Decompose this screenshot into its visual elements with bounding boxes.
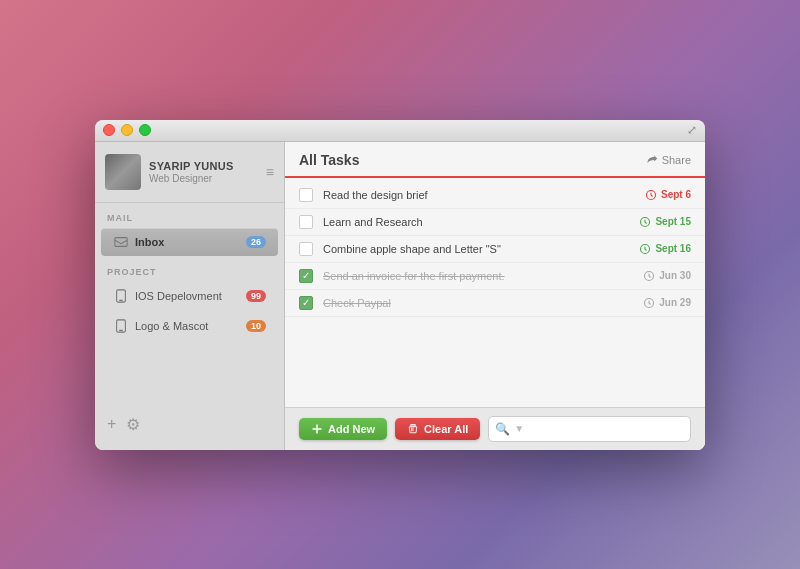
task-checkbox[interactable] bbox=[299, 188, 313, 202]
task-text: Learn and Research bbox=[323, 216, 639, 228]
logo-badge: 10 bbox=[246, 320, 266, 332]
task-checkbox[interactable] bbox=[299, 242, 313, 256]
user-role: Web Designer bbox=[149, 173, 266, 184]
content-area: SYARIP YUNUS Web Designer ≡ MAIL Inbox 2… bbox=[95, 142, 705, 450]
main-title: All Tasks bbox=[299, 152, 359, 168]
task-checkbox[interactable]: ✓ bbox=[299, 296, 313, 310]
task-row[interactable]: Read the design briefSept 6 bbox=[285, 182, 705, 209]
clear-all-button[interactable]: Clear All bbox=[395, 418, 480, 440]
user-text: SYARIP YUNUS Web Designer bbox=[149, 160, 266, 184]
task-row[interactable]: Combine apple shape and Letter "S"Sept 1… bbox=[285, 236, 705, 263]
task-due: Sept 6 bbox=[645, 189, 691, 201]
expand-icon[interactable]: ⤢ bbox=[687, 123, 697, 137]
title-bar: ⤢ bbox=[95, 120, 705, 142]
ios-label: IOS Depelovment bbox=[135, 290, 246, 302]
inbox-badge: 26 bbox=[246, 236, 266, 248]
task-text: Check Paypal bbox=[323, 297, 643, 309]
sidebar-item-inbox[interactable]: Inbox 26 bbox=[101, 228, 278, 256]
ios-icon bbox=[113, 288, 129, 304]
main-window: ⤢ SYARIP YUNUS Web Designer ≡ MAIL bbox=[95, 120, 705, 450]
add-item-button[interactable]: + bbox=[107, 415, 116, 433]
sidebar: SYARIP YUNUS Web Designer ≡ MAIL Inbox 2… bbox=[95, 142, 285, 450]
search-icon: 🔍 bbox=[495, 422, 510, 436]
inbox-label: Inbox bbox=[135, 236, 246, 248]
task-checkbox[interactable]: ✓ bbox=[299, 269, 313, 283]
task-due: Sept 15 bbox=[639, 216, 691, 228]
minimize-button[interactable] bbox=[121, 124, 133, 136]
task-text: Send an invoice for the first payment. bbox=[323, 270, 643, 282]
inbox-icon bbox=[113, 234, 129, 250]
task-text: Combine apple shape and Letter "S" bbox=[323, 243, 639, 255]
logo-icon bbox=[113, 318, 129, 334]
close-button[interactable] bbox=[103, 124, 115, 136]
main-header: All Tasks Share bbox=[285, 142, 705, 178]
clear-all-label: Clear All bbox=[424, 423, 468, 435]
avatar bbox=[105, 154, 141, 190]
mail-section-label: MAIL bbox=[95, 203, 284, 227]
sidebar-item-logo[interactable]: Logo & Mascot 10 bbox=[101, 312, 278, 340]
search-container: 🔍 ▼ bbox=[488, 416, 691, 442]
share-button[interactable]: Share bbox=[646, 154, 691, 166]
add-new-label: Add New bbox=[328, 423, 375, 435]
menu-icon[interactable]: ≡ bbox=[266, 164, 274, 180]
task-row[interactable]: ✓Check PaypalJun 29 bbox=[285, 290, 705, 317]
task-due: Jun 29 bbox=[643, 297, 691, 309]
task-row[interactable]: Learn and ResearchSept 15 bbox=[285, 209, 705, 236]
search-dropdown-icon[interactable]: ▼ bbox=[514, 423, 524, 434]
user-name: SYARIP YUNUS bbox=[149, 160, 266, 172]
task-text: Read the design brief bbox=[323, 189, 645, 201]
task-checkbox[interactable] bbox=[299, 215, 313, 229]
sidebar-footer: + ⚙ bbox=[95, 407, 284, 442]
share-label: Share bbox=[662, 154, 691, 166]
task-due: Jun 30 bbox=[643, 270, 691, 282]
ios-badge: 99 bbox=[246, 290, 266, 302]
sidebar-item-ios[interactable]: IOS Depelovment 99 bbox=[101, 282, 278, 310]
project-section-label: PROJECT bbox=[95, 257, 284, 281]
maximize-button[interactable] bbox=[139, 124, 151, 136]
task-list: Read the design briefSept 6Learn and Res… bbox=[285, 178, 705, 407]
task-due: Sept 16 bbox=[639, 243, 691, 255]
main-panel: All Tasks Share Read the design briefSep… bbox=[285, 142, 705, 450]
add-new-button[interactable]: Add New bbox=[299, 418, 387, 440]
settings-button[interactable]: ⚙ bbox=[126, 415, 140, 434]
logo-label: Logo & Mascot bbox=[135, 320, 246, 332]
svg-rect-0 bbox=[115, 237, 127, 246]
search-input[interactable] bbox=[528, 423, 684, 435]
main-footer: Add New Clear All 🔍 ▼ bbox=[285, 407, 705, 450]
svg-rect-11 bbox=[313, 428, 322, 430]
task-row[interactable]: ✓Send an invoice for the first payment.J… bbox=[285, 263, 705, 290]
traffic-lights bbox=[103, 124, 151, 136]
user-info: SYARIP YUNUS Web Designer ≡ bbox=[95, 142, 284, 203]
